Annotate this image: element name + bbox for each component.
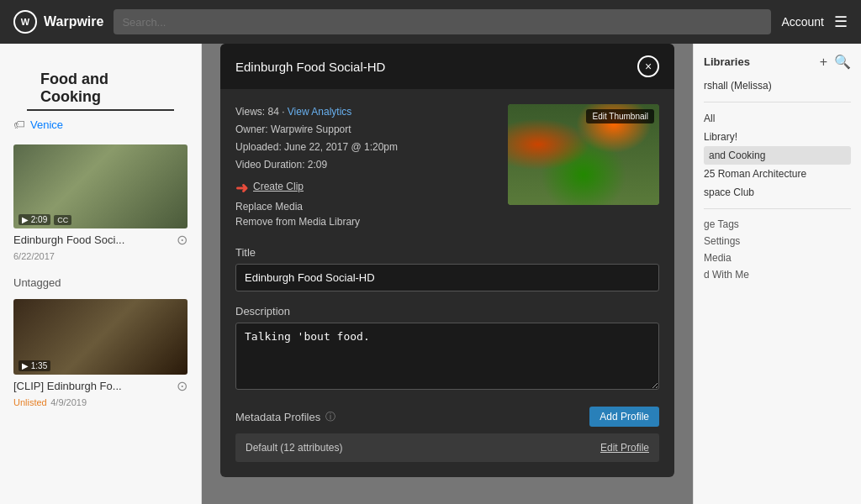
tag-label: Venice <box>30 118 63 131</box>
replace-media-link[interactable]: Replace Media <box>235 201 494 213</box>
default-profile-row: Default (12 attributes) Edit Profile <box>235 433 659 462</box>
right-user-label: rshall (Melissa) <box>704 76 851 95</box>
video-row-2: [CLIP] Edinburgh Fo... ⊙ <box>13 378 188 394</box>
description-form-group: Description Talking 'bout food. <box>235 305 659 393</box>
tag-item-venice[interactable]: 🏷 Venice <box>0 111 201 138</box>
video-thumbnail-1[interactable]: ▶ 2:09 CC <box>13 144 188 228</box>
right-sidebar: Libraries + 🔍 rshall (Melissa) All Libra… <box>693 44 861 504</box>
video-item-1: ▶ 2:09 CC Edinburgh Food Soci... ⊙ 6/22/… <box>0 138 201 270</box>
action-links: ➜ Create Clip Replace Media Remove from … <box>235 179 494 228</box>
right-menu-settings[interactable]: Settings <box>704 233 851 249</box>
duration-badge-1: ▶ 2:09 <box>18 214 50 225</box>
right-lib-space[interactable]: space Club <box>704 183 851 202</box>
description-label: Description <box>235 305 659 318</box>
close-button[interactable]: × <box>637 55 659 77</box>
right-section-actions: + 🔍 <box>820 54 851 70</box>
app-name: Warpwire <box>44 14 103 29</box>
divider-2 <box>704 208 851 209</box>
account-label[interactable]: Account <box>781 15 824 29</box>
untagged-label: Untagged <box>0 270 201 292</box>
title-input[interactable] <box>235 264 659 291</box>
edit-profile-link[interactable]: Edit Profile <box>600 442 649 454</box>
duration-line: Video Duration: 2:09 <box>235 157 494 172</box>
modal-header: Edinburgh Food Social-HD × <box>220 44 674 89</box>
nav-right: Account ☰ <box>781 13 848 31</box>
views-line: Views: 84 · View Analytics <box>235 104 494 119</box>
right-lib-roman[interactable]: 25 Roman Architecture <box>704 165 851 183</box>
red-arrow-icon: ➜ <box>235 179 248 197</box>
right-lib-library[interactable]: Library! <box>704 128 851 146</box>
edit-thumbnail-button[interactable]: Edit Thumbnail <box>586 109 654 123</box>
video-row-1: Edinburgh Food Soci... ⊙ <box>13 232 188 248</box>
analytics-link[interactable]: View Analytics <box>288 106 351 118</box>
video-info-1: Edinburgh Food Soci... ⊙ 6/22/2017 <box>13 232 188 263</box>
video-date-1: 6/22/2017 <box>13 251 55 261</box>
modal-overlay: Edinburgh Food Social-HD × Views: 84 · V… <box>202 44 693 504</box>
add-profile-button[interactable]: Add Profile <box>589 407 659 427</box>
modal-thumbnail-area: Edit Thumbnail <box>508 104 659 231</box>
modal-title: Edinburgh Food Social-HD <box>235 60 385 74</box>
video-date-2: 4/9/2019 <box>50 397 87 407</box>
video-item-2: ▶ 1:35 [CLIP] Edinburgh Fo... ⊙ Unlisted… <box>0 292 201 416</box>
uploaded-line: Uploaded: June 22, 2017 @ 1:20pm <box>235 139 494 155</box>
add-library-button[interactable]: + <box>820 54 827 70</box>
search-input[interactable] <box>114 9 771 34</box>
video-title-2: [CLIP] Edinburgh Fo... <box>13 380 122 392</box>
hamburger-icon[interactable]: ☰ <box>834 13 848 31</box>
top-navigation: W Warpwire Account ☰ <box>0 0 861 44</box>
divider-1 <box>704 102 851 102</box>
unlisted-badge: Unlisted <box>13 397 47 407</box>
section-title: Food and Cooking <box>27 57 174 111</box>
left-sidebar: Food and Cooking 🏷 Venice ▶ 2:09 CC Edin… <box>0 44 202 504</box>
main-layout: Food and Cooking 🏷 Venice ▶ 2:09 CC Edin… <box>0 44 861 504</box>
modal-top-section: Views: 84 · View Analytics Owner: Warpwi… <box>235 104 659 231</box>
logo-area[interactable]: W Warpwire <box>13 10 103 34</box>
right-menu-shared[interactable]: d With Me <box>704 266 851 283</box>
remove-from-library-link[interactable]: Remove from Media Library <box>235 216 494 228</box>
description-textarea[interactable]: Talking 'bout food. <box>235 323 659 390</box>
cc-badge-1: CC <box>54 215 71 225</box>
more-button-1[interactable]: ⊙ <box>177 232 188 248</box>
video-thumbnail-2[interactable]: ▶ 1:35 <box>13 299 188 375</box>
create-clip-row: ➜ Create Clip <box>235 179 494 197</box>
video-info-2: [CLIP] Edinburgh Fo... ⊙ Unlisted 4/9/20… <box>13 378 188 409</box>
right-menu-tags[interactable]: ge Tags <box>704 216 851 233</box>
title-form-group: Title <box>235 246 659 291</box>
metadata-profiles-section: Metadata Profiles ⓘ Add Profile Default … <box>235 407 659 462</box>
thumbnail-overlay-2: ▶ 1:35 <box>18 360 50 371</box>
video-meta-2: Unlisted 4/9/2019 <box>13 394 188 409</box>
metadata-header: Metadata Profiles ⓘ Add Profile <box>235 407 659 427</box>
right-menu-media[interactable]: Media <box>704 249 851 266</box>
modal-body: Views: 84 · View Analytics Owner: Warpwi… <box>220 89 674 477</box>
metadata-title-area: Metadata Profiles ⓘ <box>235 410 335 424</box>
profile-name: Default (12 attributes) <box>246 442 342 454</box>
search-library-button[interactable]: 🔍 <box>834 54 851 70</box>
modal-info: Views: 84 · View Analytics Owner: Warpwi… <box>235 104 494 231</box>
libraries-label: Libraries <box>704 55 750 68</box>
help-icon[interactable]: ⓘ <box>325 410 335 424</box>
owner-line: Owner: Warpwire Support <box>235 122 494 137</box>
right-section-header: Libraries + 🔍 <box>704 54 851 70</box>
modal-thumb-image: Edit Thumbnail <box>508 104 659 205</box>
views-label: Views: 84 · <box>235 106 288 118</box>
title-label: Title <box>235 246 659 259</box>
right-lib-all[interactable]: All <box>704 109 851 128</box>
thumbnail-overlay-1: ▶ 2:09 CC <box>18 214 71 225</box>
video-title-1: Edinburgh Food Soci... <box>13 234 124 246</box>
metadata-title: Metadata Profiles <box>235 411 320 423</box>
modal-dialog: Edinburgh Food Social-HD × Views: 84 · V… <box>220 44 674 477</box>
create-clip-link[interactable]: Create Clip <box>253 181 304 192</box>
duration-badge-2: ▶ 1:35 <box>18 360 50 371</box>
logo-icon: W <box>13 10 37 34</box>
center-content: Edinburgh Food Social-HD × Views: 84 · V… <box>202 44 693 504</box>
more-button-2[interactable]: ⊙ <box>177 378 188 394</box>
right-lib-cooking[interactable]: and Cooking <box>704 146 851 165</box>
tag-icon: 🏷 <box>13 118 25 131</box>
